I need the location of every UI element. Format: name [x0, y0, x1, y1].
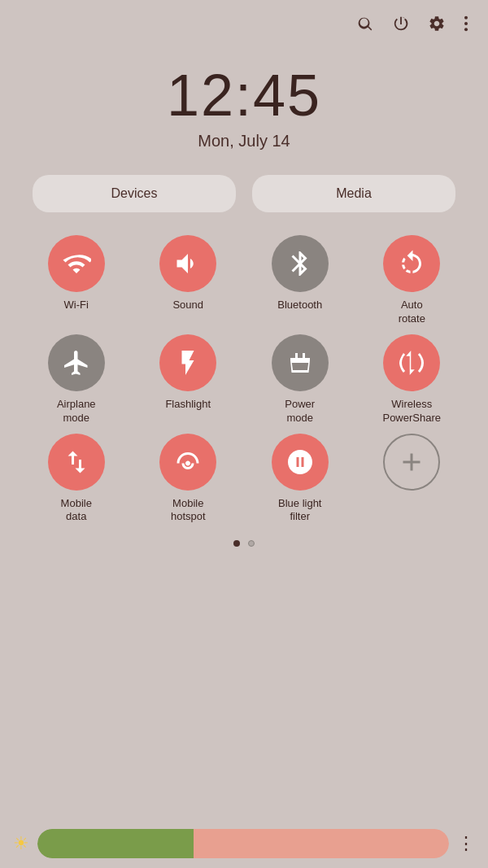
mobiledata-label: Mobiledata [61, 497, 92, 525]
wifi-label: Wi-Fi [64, 299, 89, 312]
settings-icon[interactable] [428, 15, 446, 37]
tile-wireless[interactable]: WirelessPowerShare [360, 334, 464, 425]
brightness-sun-icon: ☀ [13, 833, 29, 854]
page-indicators [0, 540, 488, 547]
bluetooth-label: Bluetooth [277, 299, 322, 312]
tile-bluelight[interactable]: Blue lightfilter [248, 434, 352, 525]
bluelight-label: Blue lightfilter [278, 497, 321, 525]
clock-time: 12:45 [167, 62, 321, 129]
brightness-more-icon[interactable]: ⋮ [457, 833, 475, 854]
autorotate-label: Autorotate [399, 299, 425, 326]
bluelight-icon [272, 434, 329, 491]
svg-point-2 [464, 28, 468, 31]
more-icon[interactable] [464, 15, 468, 37]
brightness-track[interactable] [37, 829, 449, 858]
tile-wifi[interactable]: Wi-Fi [24, 235, 129, 326]
svg-point-0 [464, 16, 468, 20]
svg-point-1 [464, 22, 468, 25]
top-bar [0, 0, 488, 46]
flashlight-icon [159, 334, 216, 391]
powermode-label: Powermode [285, 398, 315, 425]
wifi-icon [48, 235, 105, 292]
powermode-icon [272, 334, 329, 391]
autorotate-icon [383, 235, 440, 292]
wireless-icon [383, 334, 440, 391]
tile-airplane[interactable]: Airplanemode [24, 334, 129, 425]
airplane-icon [48, 334, 105, 391]
brightness-fill-green [37, 829, 194, 858]
devices-button[interactable]: Devices [33, 175, 236, 212]
bottom-brightness-bar: ☀ ⋮ [0, 819, 488, 868]
sound-label: Sound [172, 299, 203, 312]
mobiledata-icon [48, 434, 105, 491]
tile-sound[interactable]: Sound [137, 235, 241, 326]
add-icon [383, 434, 440, 491]
clock-section: 12:45 Mon, July 14 [0, 62, 488, 150]
page-dot-2[interactable] [248, 540, 255, 547]
clock-date: Mon, July 14 [198, 132, 290, 150]
tile-add[interactable] [360, 434, 464, 525]
tile-bluetooth[interactable]: Bluetooth [248, 235, 352, 326]
tile-powermode[interactable]: Powermode [248, 334, 352, 425]
media-button[interactable]: Media [252, 175, 455, 212]
search-icon[interactable] [356, 15, 374, 37]
tile-flashlight[interactable]: Flashlight [137, 334, 241, 425]
hotspot-icon [159, 434, 216, 491]
tile-mobiledata[interactable]: Mobiledata [24, 434, 129, 525]
airplane-label: Airplanemode [57, 398, 96, 425]
brightness-fill-peach [194, 829, 449, 858]
flashlight-label: Flashlight [165, 398, 211, 412]
quick-tiles-grid: Wi-Fi Sound Bluetooth Autorotate Airplan… [0, 235, 488, 524]
power-icon[interactable] [392, 15, 410, 37]
page-dot-1[interactable] [233, 540, 240, 547]
tile-hotspot[interactable]: Mobilehotspot [137, 434, 241, 525]
device-media-row: Devices Media [0, 175, 488, 212]
tile-autorotate[interactable]: Autorotate [360, 235, 464, 326]
hotspot-label: Mobilehotspot [171, 497, 206, 525]
wireless-label: WirelessPowerShare [382, 398, 441, 425]
bluetooth-icon [272, 235, 329, 292]
sound-icon [159, 235, 216, 292]
